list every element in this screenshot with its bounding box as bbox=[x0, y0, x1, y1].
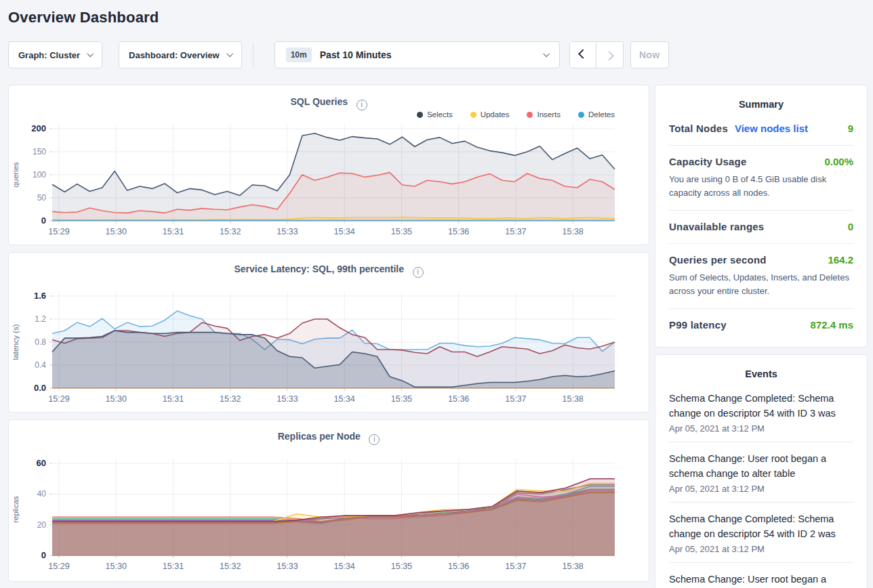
view-nodes-list-link[interactable]: View nodes list bbox=[735, 123, 808, 134]
svg-text:15:38: 15:38 bbox=[563, 562, 584, 571]
chart-legend: SelectsUpdatesInsertsDeletes bbox=[9, 108, 649, 121]
svg-text:15:32: 15:32 bbox=[220, 562, 241, 571]
svg-text:latency (s): latency (s) bbox=[12, 324, 20, 360]
svg-text:0: 0 bbox=[41, 215, 46, 226]
svg-text:15:37: 15:37 bbox=[505, 227, 526, 236]
chevron-down-icon bbox=[87, 50, 94, 57]
main-content: SQL Queries i SelectsUpdatesInsertsDelet… bbox=[8, 85, 868, 588]
summary-title: Summary bbox=[669, 99, 853, 110]
chart-title: Service Latency: SQL, 99th percentile bbox=[235, 264, 405, 274]
summary-label: Unavailable ranges bbox=[669, 221, 764, 232]
dashboard-dropdown[interactable]: Dashboard: Overview bbox=[119, 41, 242, 68]
chart-legend bbox=[9, 276, 649, 288]
svg-text:15:35: 15:35 bbox=[391, 227, 412, 236]
event-item: Schema Change Completed: Schema change o… bbox=[669, 502, 853, 562]
svg-text:0: 0 bbox=[41, 550, 46, 560]
time-range-label: Past 10 Minutes bbox=[320, 49, 392, 60]
legend-item: Selects bbox=[417, 110, 453, 119]
svg-text:15:29: 15:29 bbox=[48, 394, 69, 404]
svg-text:100: 100 bbox=[33, 170, 46, 180]
sql-queries-chart[interactable]: 15:2915:3015:3115:3215:3315:3415:3515:36… bbox=[9, 121, 650, 244]
svg-text:0.4: 0.4 bbox=[35, 360, 46, 370]
now-button[interactable]: Now bbox=[630, 41, 669, 68]
svg-text:15:35: 15:35 bbox=[391, 394, 412, 404]
svg-text:15:32: 15:32 bbox=[220, 394, 241, 404]
svg-text:15:35: 15:35 bbox=[391, 562, 412, 571]
info-icon[interactable]: i bbox=[413, 267, 424, 278]
svg-text:replicas: replicas bbox=[12, 496, 20, 523]
summary-description: You are using 0 B of 4.5 GiB usable disk… bbox=[669, 173, 853, 199]
svg-text:15:29: 15:29 bbox=[48, 227, 69, 236]
summary-row-p99-latency: P99 latency 872.4 ms bbox=[669, 308, 853, 341]
svg-text:15:31: 15:31 bbox=[163, 562, 184, 571]
events-title: Events bbox=[669, 369, 853, 379]
toolbar-divider bbox=[253, 42, 253, 68]
sidebar: Summary Total Nodes View nodes list 9 Ca… bbox=[655, 85, 868, 588]
summary-value: 9 bbox=[848, 123, 853, 134]
svg-text:15:31: 15:31 bbox=[163, 394, 184, 404]
summary-value: 164.2 bbox=[828, 254, 853, 266]
summary-description: Sum of Selects, Updates, Inserts, and De… bbox=[669, 271, 853, 297]
svg-text:15:36: 15:36 bbox=[448, 227, 469, 236]
summary-row-capacity-usage: Capacity Usage 0.00% You are using 0 B o… bbox=[669, 145, 853, 210]
legend-item: Deletes bbox=[578, 110, 615, 119]
summary-row-queries-per-second: Queries per second 164.2 Sum of Selects,… bbox=[669, 243, 853, 308]
time-prev-button[interactable] bbox=[570, 42, 596, 68]
svg-text:1.2: 1.2 bbox=[35, 314, 46, 324]
time-range-badge: 10m bbox=[286, 47, 312, 62]
svg-text:15:34: 15:34 bbox=[334, 562, 355, 571]
svg-text:15:34: 15:34 bbox=[334, 227, 355, 236]
dashboard-dropdown-label: Dashboard: Overview bbox=[129, 50, 220, 60]
summary-label: Queries per second bbox=[669, 254, 767, 266]
service-latency-chart[interactable]: 15:2915:3015:3115:3215:3315:3415:3515:36… bbox=[9, 288, 650, 411]
summary-value: 872.4 ms bbox=[811, 319, 853, 331]
chart-title: SQL Queries bbox=[290, 96, 348, 107]
svg-text:20: 20 bbox=[37, 520, 47, 530]
legend-item: Updates bbox=[470, 110, 510, 119]
svg-text:15:33: 15:33 bbox=[277, 394, 298, 404]
event-item: Schema Change Completed: Schema change o… bbox=[669, 382, 853, 442]
page-title: Overview Dashboard bbox=[8, 9, 873, 26]
chart-card-service-latency: Service Latency: SQL, 99th percentile i … bbox=[8, 252, 649, 413]
summary-card: Summary Total Nodes View nodes list 9 Ca… bbox=[655, 85, 868, 348]
svg-text:15:31: 15:31 bbox=[163, 227, 184, 236]
time-pager bbox=[569, 41, 624, 68]
graph-dropdown[interactable]: Graph: Cluster bbox=[8, 41, 102, 68]
chevron-down-icon bbox=[543, 50, 550, 57]
event-timestamp: Apr 05, 2021 at 3:12 PM bbox=[669, 423, 853, 434]
svg-text:15:37: 15:37 bbox=[505, 394, 526, 404]
event-item: Schema Change: User root began a schema … bbox=[669, 562, 853, 588]
replicas-per-node-chart[interactable]: 15:2915:3015:3115:3215:3315:3415:3515:36… bbox=[9, 455, 650, 579]
summary-row-total-nodes: Total Nodes View nodes list 9 bbox=[669, 112, 853, 145]
chart-card-sql-queries: SQL Queries i SelectsUpdatesInsertsDelet… bbox=[8, 85, 649, 245]
svg-text:150: 150 bbox=[33, 147, 46, 156]
event-message: Schema Change: User root began a schema … bbox=[669, 572, 853, 588]
charts-column: SQL Queries i SelectsUpdatesInsertsDelet… bbox=[8, 85, 649, 582]
chevron-right-icon bbox=[605, 51, 614, 60]
events-card: Events Schema Change Completed: Schema c… bbox=[655, 354, 868, 588]
svg-text:15:29: 15:29 bbox=[48, 562, 69, 571]
event-timestamp: Apr 05, 2021 at 3:12 PM bbox=[669, 484, 853, 494]
event-message: Schema Change Completed: Schema change o… bbox=[669, 511, 853, 542]
info-icon[interactable]: i bbox=[357, 100, 367, 110]
time-next-button[interactable] bbox=[596, 42, 623, 68]
chart-card-replicas-per-node: Replicas per Node i 15:2915:3015:3115:32… bbox=[8, 419, 649, 582]
chevron-left-icon bbox=[578, 49, 588, 59]
svg-text:60: 60 bbox=[37, 458, 46, 468]
chart-legend bbox=[9, 443, 649, 455]
legend-dot-icon bbox=[470, 112, 476, 118]
summary-label: P99 latency bbox=[669, 319, 727, 331]
time-range-dropdown[interactable]: 10m Past 10 Minutes bbox=[275, 41, 560, 68]
summary-label: Total Nodes bbox=[669, 123, 728, 134]
svg-text:15:33: 15:33 bbox=[277, 227, 298, 236]
event-message: Schema Change: User root began a schema … bbox=[669, 451, 853, 482]
svg-text:15:30: 15:30 bbox=[106, 394, 127, 404]
toolbar: Graph: Cluster Dashboard: Overview 10m P… bbox=[8, 41, 868, 68]
svg-text:15:38: 15:38 bbox=[563, 227, 584, 236]
svg-text:15:30: 15:30 bbox=[106, 227, 127, 236]
svg-text:50: 50 bbox=[37, 193, 47, 203]
svg-text:queries: queries bbox=[12, 162, 20, 188]
svg-text:200: 200 bbox=[31, 123, 46, 133]
svg-text:15:38: 15:38 bbox=[563, 394, 584, 404]
event-message: Schema Change Completed: Schema change o… bbox=[669, 391, 853, 421]
